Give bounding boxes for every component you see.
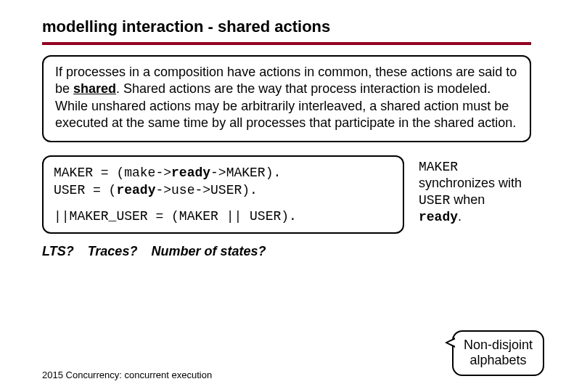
code-maker-ready: ready bbox=[171, 166, 210, 180]
shared-keyword: shared bbox=[73, 81, 116, 96]
code-maker-post: ->MAKER). bbox=[210, 166, 281, 180]
callout-non-disjoint: Non-disjoint alphabets bbox=[452, 330, 544, 376]
code-maker-line: MAKER = (make->ready->MAKER). bbox=[54, 164, 393, 181]
question-states: Number of states? bbox=[151, 244, 266, 258]
code-spacer bbox=[54, 199, 393, 208]
sync-maker: MAKER bbox=[419, 160, 458, 174]
code-user-pre: USER = ( bbox=[54, 183, 116, 197]
code-maker-pre: MAKER = (make-> bbox=[54, 166, 171, 180]
content-row: MAKER = (make->ready->MAKER). USER = (re… bbox=[42, 155, 531, 234]
code-user-ready: ready bbox=[116, 183, 155, 197]
code-box: MAKER = (make->ready->MAKER). USER = (re… bbox=[42, 155, 404, 234]
sync-note: MAKER synchronizes with USER when ready. bbox=[419, 155, 531, 226]
title-rule bbox=[42, 42, 531, 45]
sync-text-1: synchronizes with bbox=[419, 176, 522, 190]
code-compose-line: ||MAKER_USER = (MAKER || USER). bbox=[54, 208, 393, 225]
footer: 2015 Concurrency: concurrent execution bbox=[42, 369, 212, 380]
questions: LTS? Traces? Number of states? bbox=[42, 244, 531, 259]
question-traces: Traces? bbox=[88, 244, 138, 258]
code-user-post: ->use->USER). bbox=[155, 183, 257, 197]
definition-box: If processes in a composition have actio… bbox=[42, 55, 531, 142]
callout-line-1: Non-disjoint bbox=[464, 338, 533, 354]
definition-text-2: . Shared actions are the way that proces… bbox=[55, 81, 516, 130]
code-user-line: USER = (ready->use->USER). bbox=[54, 181, 393, 199]
callout-line-2: alphabets bbox=[464, 353, 533, 369]
slide-title: modelling interaction - shared actions bbox=[42, 17, 531, 36]
sync-ready: ready bbox=[419, 210, 458, 224]
sync-text-2: when bbox=[450, 192, 485, 207]
sync-user: USER bbox=[419, 193, 450, 208]
slide: modelling interaction - shared actions I… bbox=[0, 0, 566, 392]
sync-period: . bbox=[458, 209, 462, 224]
question-lts: LTS? bbox=[42, 244, 74, 258]
